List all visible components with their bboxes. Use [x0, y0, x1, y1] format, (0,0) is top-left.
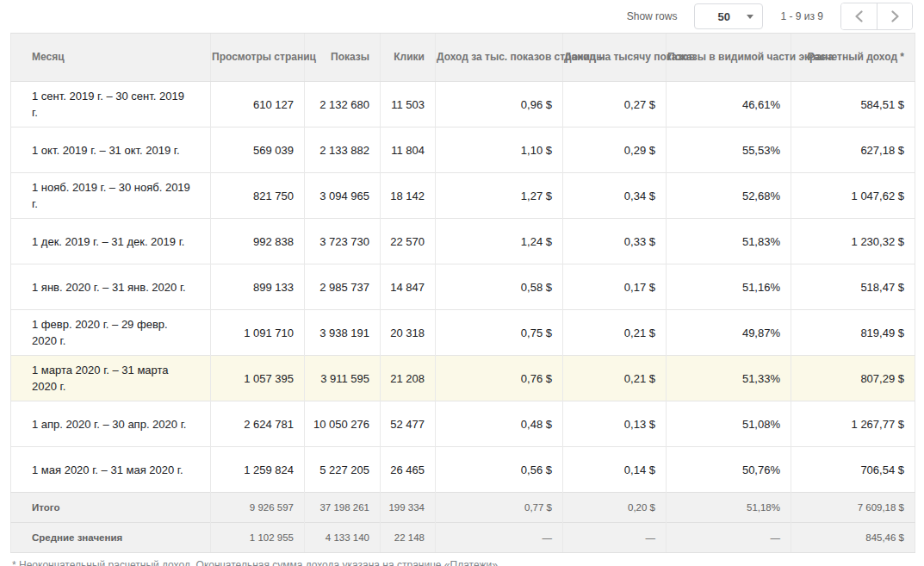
row-viewability: 50,76% [667, 447, 791, 493]
row-page-rpm: 1,27 $ [436, 173, 563, 219]
caret-down-icon [747, 15, 753, 19]
column-header-month[interactable]: Месяц [11, 34, 211, 82]
row-rpm: 0,14 $ [563, 447, 667, 493]
column-header-clicks[interactable]: Клики [381, 34, 436, 82]
row-earnings: 1 047,62 $ [791, 173, 915, 219]
table-row: 1 февр. 2020 г. – 29 февр. 2020 г. 1 091… [11, 310, 915, 356]
row-page-rpm: 0,75 $ [436, 310, 563, 356]
row-page-rpm: 1,24 $ [436, 219, 563, 264]
table-summary: Итого 9 926 597 37 198 261 199 334 0,77 … [11, 493, 915, 553]
row-period: 1 дек. 2019 г. – 31 дек. 2019 г. [11, 219, 211, 264]
row-rpm: 0,34 $ [563, 173, 667, 219]
average-earnings: 845,46 $ [791, 523, 915, 553]
table-body: 1 сент. 2019 г. – 30 сент. 2019 г. 610 1… [11, 82, 915, 493]
row-page-views: 821 750 [211, 173, 305, 219]
total-row: Итого 9 926 597 37 198 261 199 334 0,77 … [11, 493, 915, 523]
total-page-views: 9 926 597 [211, 493, 305, 523]
row-clicks: 14 847 [381, 264, 436, 310]
table-row: 1 дек. 2019 г. – 31 дек. 2019 г. 992 838… [11, 219, 915, 264]
row-clicks: 52 477 [381, 401, 436, 447]
average-rpm: — [563, 523, 667, 553]
next-page-button[interactable] [877, 3, 912, 29]
row-earnings: 807,29 $ [791, 356, 915, 401]
row-earnings: 518,47 $ [791, 264, 915, 310]
row-page-rpm: 0,76 $ [436, 356, 563, 401]
row-viewability: 55,53% [667, 128, 791, 173]
row-impressions: 3 911 595 [305, 356, 381, 401]
average-page-rpm: — [436, 523, 563, 553]
row-clicks: 20 318 [381, 310, 436, 356]
row-earnings: 1 230,32 $ [791, 219, 915, 264]
average-label: Средние значения [11, 523, 211, 553]
table-toolbar: Show rows 50 1 - 9 из 9 [0, 0, 924, 33]
row-earnings: 584,51 $ [791, 82, 915, 128]
total-rpm: 0,20 $ [563, 493, 667, 523]
pagination-controls [840, 3, 913, 30]
column-header-page-views[interactable]: Просмотры страниц [211, 34, 305, 82]
table-row: 1 мая 2020 г. – 31 мая 2020 г. 1 259 824… [11, 447, 915, 493]
row-rpm: 0,21 $ [563, 356, 667, 401]
total-label: Итого [11, 493, 211, 523]
row-impressions: 2 133 882 [305, 128, 381, 173]
average-clicks: 22 148 [381, 523, 436, 553]
row-page-views: 1 259 824 [211, 447, 305, 493]
table-row: 1 апр. 2020 г. – 30 апр. 2020 г. 2 624 7… [11, 401, 915, 447]
total-viewability: 51,18% [667, 493, 791, 523]
row-earnings: 706,54 $ [791, 447, 915, 493]
previous-page-button[interactable] [841, 3, 877, 29]
table-row: 1 сент. 2019 г. – 30 сент. 2019 г. 610 1… [11, 82, 915, 128]
row-rpm: 0,13 $ [563, 401, 667, 447]
rows-per-page-select[interactable]: 50 [694, 3, 763, 29]
row-page-views: 610 127 [211, 82, 305, 128]
row-clicks: 22 570 [381, 219, 436, 264]
row-clicks: 11 503 [381, 82, 436, 128]
row-earnings: 1 267,77 $ [791, 401, 915, 447]
row-viewability: 46,61% [667, 82, 791, 128]
row-rpm: 0,21 $ [563, 310, 667, 356]
row-rpm: 0,33 $ [563, 219, 667, 264]
row-impressions: 10 050 276 [305, 401, 381, 447]
row-page-views: 569 039 [211, 128, 305, 173]
row-page-views: 1 057 395 [211, 356, 305, 401]
column-header-rpm[interactable]: Доход на тысячу показов [563, 34, 667, 82]
row-clicks: 21 208 [381, 356, 436, 401]
row-page-rpm: 0,96 $ [436, 82, 563, 128]
table-row: 1 марта 2020 г. – 31 марта 2020 г. 1 057… [11, 356, 915, 401]
average-page-views: 1 102 955 [211, 523, 305, 553]
earnings-footnote: * Неокончательный расчетный доход. Оконч… [12, 558, 924, 566]
row-page-views: 2 624 781 [211, 401, 305, 447]
row-period: 1 нояб. 2019 г. – 30 нояб. 2019 г. [11, 173, 211, 219]
total-page-rpm: 0,77 $ [436, 493, 563, 523]
row-clicks: 26 465 [381, 447, 436, 493]
average-impressions: 4 133 140 [305, 523, 381, 553]
column-header-page-rpm[interactable]: Доход за тыс. показов страницы [436, 34, 563, 82]
row-page-views: 992 838 [211, 219, 305, 264]
total-earnings: 7 609,18 $ [791, 493, 915, 523]
pagination-range-label: 1 - 9 из 9 [780, 10, 823, 22]
row-impressions: 2 985 737 [305, 264, 381, 310]
row-page-rpm: 0,48 $ [436, 401, 563, 447]
row-rpm: 0,17 $ [563, 264, 667, 310]
row-rpm: 0,27 $ [563, 82, 667, 128]
table-row: 1 янв. 2020 г. – 31 янв. 2020 г. 899 133… [11, 264, 915, 310]
table-header: Месяц Просмотры страниц Показы Клики Дох… [11, 34, 915, 82]
average-viewability: — [667, 523, 791, 553]
row-impressions: 3 094 965 [305, 173, 381, 219]
show-rows-label: Show rows [627, 10, 678, 22]
chevron-right-icon [891, 10, 899, 22]
rows-per-page-value: 50 [717, 10, 729, 23]
row-viewability: 51,08% [667, 401, 791, 447]
column-header-earnings[interactable]: Расчетный доход * [791, 34, 915, 82]
column-header-viewability[interactable]: Показы в видимой части экрана [667, 34, 791, 82]
report-table: Месяц Просмотры страниц Показы Клики Дох… [10, 33, 915, 553]
row-earnings: 627,18 $ [791, 128, 915, 173]
row-clicks: 11 804 [381, 128, 436, 173]
row-viewability: 52,68% [667, 173, 791, 219]
row-impressions: 3 723 730 [305, 219, 381, 264]
row-period: 1 окт. 2019 г. – 31 окт. 2019 г. [11, 128, 211, 173]
total-clicks: 199 334 [381, 493, 436, 523]
row-viewability: 51,33% [667, 356, 791, 401]
row-page-views: 1 091 710 [211, 310, 305, 356]
row-period: 1 февр. 2020 г. – 29 февр. 2020 г. [11, 310, 211, 356]
row-impressions: 5 227 205 [305, 447, 381, 493]
